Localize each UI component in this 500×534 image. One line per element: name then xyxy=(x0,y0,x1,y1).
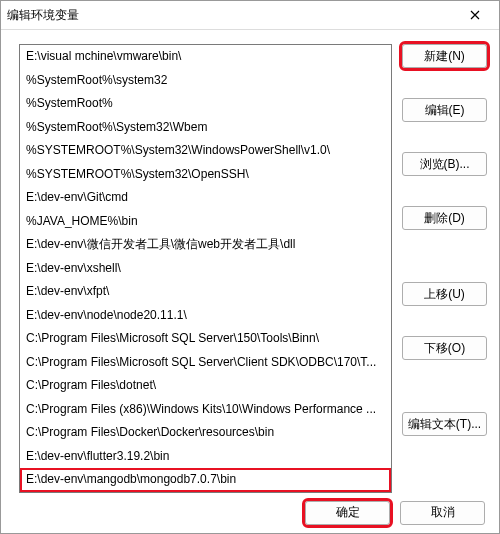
list-item[interactable]: C:\Program Files (x86)\Windows Kits\10\W… xyxy=(20,398,391,422)
titlebar: 编辑环境变量 xyxy=(1,1,499,30)
list-item[interactable]: C:\Program Files\Microsoft SQL Server\15… xyxy=(20,327,391,351)
new-button[interactable]: 新建(N) xyxy=(402,44,487,68)
browse-button[interactable]: 浏览(B)... xyxy=(402,152,487,176)
ok-button[interactable]: 确定 xyxy=(305,501,390,525)
list-item[interactable]: %JAVA_HOME%\bin xyxy=(20,210,391,234)
moveup-button[interactable]: 上移(U) xyxy=(402,282,487,306)
delete-button[interactable]: 删除(D) xyxy=(402,206,487,230)
list-item[interactable]: E:\dev-env\Git\cmd xyxy=(20,186,391,210)
path-list-container: E:\visual mchine\vmware\bin\%SystemRoot%… xyxy=(19,44,392,493)
list-item[interactable]: E:\dev-env\xshell\ xyxy=(20,257,391,281)
list-item[interactable]: %SYSTEMROOT%\System32\OpenSSH\ xyxy=(20,163,391,187)
side-buttons: 新建(N) 编辑(E) 浏览(B)... 删除(D) 上移(U) 下移(O) 编… xyxy=(402,44,487,493)
env-var-dialog: 编辑环境变量 E:\visual mchine\vmware\bin\%Syst… xyxy=(0,0,500,534)
list-item[interactable]: %SystemRoot%\system32 xyxy=(20,69,391,93)
close-button[interactable] xyxy=(457,1,493,29)
list-item[interactable]: %SYSTEMROOT%\System32\WindowsPowerShell\… xyxy=(20,139,391,163)
list-item[interactable]: %SystemRoot% xyxy=(20,92,391,116)
list-item[interactable]: E:\dev-env\node\node20.11.1\ xyxy=(20,304,391,328)
list-item[interactable]: E:\dev-env\微信开发者工具\微信web开发者工具\dll xyxy=(20,233,391,257)
edit-button[interactable]: 编辑(E) xyxy=(402,98,487,122)
dialog-content: E:\visual mchine\vmware\bin\%SystemRoot%… xyxy=(1,30,499,501)
list-item[interactable]: C:\Program Files\dotnet\ xyxy=(20,374,391,398)
movedown-button[interactable]: 下移(O) xyxy=(402,336,487,360)
close-icon xyxy=(470,10,480,20)
dialog-title: 编辑环境变量 xyxy=(7,7,457,24)
dialog-footer: 确定 取消 xyxy=(1,501,499,535)
list-item[interactable]: C:\Program Files\Microsoft SQL Server\Cl… xyxy=(20,351,391,375)
cancel-button[interactable]: 取消 xyxy=(400,501,485,525)
list-item[interactable]: E:\dev-env\flutter3.19.2\bin xyxy=(20,445,391,469)
path-list[interactable]: E:\visual mchine\vmware\bin\%SystemRoot%… xyxy=(20,45,391,492)
list-item[interactable]: C:\Program Files\Docker\Docker\resources… xyxy=(20,421,391,445)
list-item[interactable]: E:\dev-env\mangodb\mongodb7.0.7\bin xyxy=(20,468,391,492)
list-item[interactable]: E:\visual mchine\vmware\bin\ xyxy=(20,45,391,69)
list-item[interactable]: %SystemRoot%\System32\Wbem xyxy=(20,116,391,140)
edittext-button[interactable]: 编辑文本(T)... xyxy=(402,412,487,436)
list-item[interactable]: E:\dev-env\xfpt\ xyxy=(20,280,391,304)
